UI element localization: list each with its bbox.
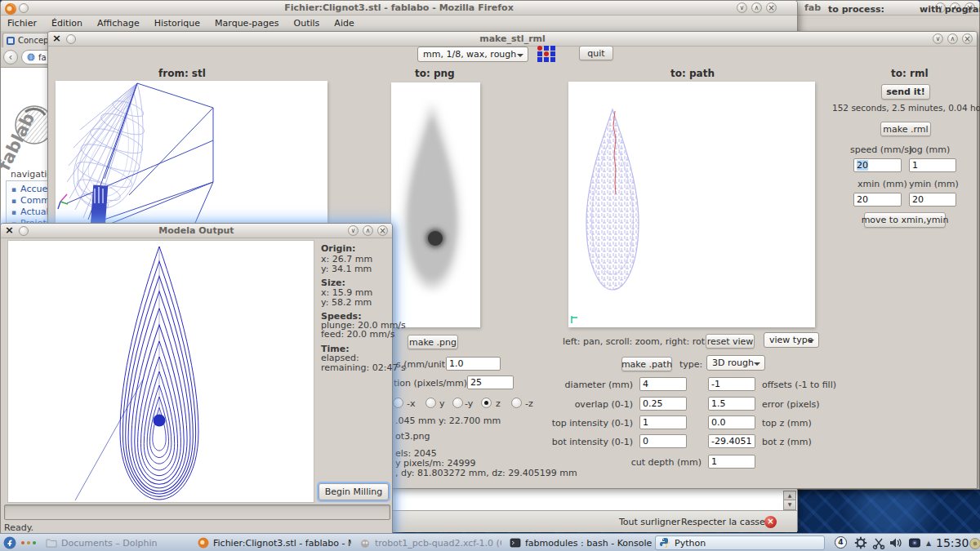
highlight-all-checkbox[interactable]: Tout surligner bbox=[619, 517, 680, 527]
menu-marque-pages[interactable]: Marque-pages bbox=[215, 18, 278, 29]
radio-axis[interactable] bbox=[393, 398, 403, 408]
overlap-input[interactable] bbox=[639, 397, 687, 411]
fablab-logo: fablab bbox=[1, 69, 50, 176]
scroll-up-icon[interactable]: ▲ bbox=[783, 491, 796, 500]
menu-historique[interactable]: Historique bbox=[154, 18, 200, 29]
top-z-input[interactable] bbox=[708, 415, 755, 429]
ymin-input[interactable] bbox=[909, 193, 956, 207]
dolphin-icon bbox=[46, 537, 57, 549]
preset-dropdown[interactable]: mm, 1/8, wax, rough bbox=[417, 47, 528, 62]
section-from-stl: from: stl bbox=[158, 68, 206, 79]
close-icon[interactable] bbox=[766, 2, 777, 13]
jog-input[interactable] bbox=[909, 158, 956, 172]
make-rml-button[interactable]: make .rml bbox=[880, 122, 931, 136]
pager-dots[interactable] bbox=[21, 541, 24, 544]
png-filename: ot3.png bbox=[395, 431, 430, 442]
cursor-coordinates: .045 mm y: 22.700 mm bbox=[395, 415, 501, 426]
maximize-icon[interactable] bbox=[751, 2, 762, 13]
firefox-titlebar[interactable]: Fichier:Clignot3.stl - fablabo - Mozilla… bbox=[1, 1, 797, 16]
bot-intensity-label: bot intensity (0-1) bbox=[506, 437, 633, 447]
png-preview-canvas bbox=[391, 82, 480, 327]
path-type-dropdown[interactable]: 3D rough bbox=[706, 355, 765, 371]
scissors-icon[interactable] bbox=[872, 536, 885, 549]
make-path-button[interactable]: make .path bbox=[621, 357, 672, 371]
fab-to-process-label: to process: bbox=[828, 4, 884, 15]
mm-per-unit-input[interactable] bbox=[446, 357, 501, 371]
match-case-checkbox[interactable]: Respecter la casse bbox=[681, 517, 765, 527]
speed-input[interactable]: 20 bbox=[853, 158, 902, 172]
maximize-icon[interactable] bbox=[947, 33, 958, 44]
gear-icon[interactable] bbox=[854, 536, 867, 549]
clock[interactable]: 15:30 bbox=[936, 536, 969, 549]
move-to-xmin-ymin-button[interactable]: move to xmin,ymin bbox=[864, 212, 946, 228]
menu-outils[interactable]: Outils bbox=[294, 18, 320, 29]
section-to-png: to: png bbox=[415, 68, 455, 79]
menu-affichage[interactable]: Affichage bbox=[97, 18, 140, 29]
back-button-icon[interactable]: ‹ bbox=[3, 50, 18, 64]
path-axes-icon bbox=[572, 316, 577, 323]
error-input[interactable] bbox=[708, 397, 755, 411]
png-heightmap bbox=[391, 82, 480, 327]
minimize-icon[interactable] bbox=[737, 2, 747, 13]
send-it-button[interactable]: send it! bbox=[881, 84, 930, 100]
origin-y: y: 34.1 mm bbox=[321, 264, 372, 274]
overlap-label: overlap (0-1) bbox=[506, 399, 633, 410]
close-icon[interactable] bbox=[377, 225, 388, 236]
radio-axis-z[interactable] bbox=[481, 398, 492, 408]
view-type-dropdown[interactable]: view type bbox=[764, 332, 819, 348]
taskbar: Documents – Dolphin Fichier:Clignot3.stl… bbox=[0, 533, 980, 551]
menu-fichier[interactable]: Fichier bbox=[7, 18, 37, 29]
toolpath-drawing bbox=[568, 82, 815, 327]
menu-aide[interactable]: Aide bbox=[334, 18, 354, 29]
taskbar-item-konsole[interactable]: fabmodules : bash - Konsole bbox=[506, 535, 652, 550]
maximize-icon[interactable] bbox=[363, 225, 373, 236]
top-intensity-input[interactable] bbox=[639, 415, 687, 429]
status-text: Ready. bbox=[4, 522, 33, 533]
milling-time-estimate: 152 seconds, 2.5 minutes, 0.04 hours bbox=[832, 103, 979, 113]
close-icon[interactable] bbox=[962, 33, 973, 44]
fab-modules-icon bbox=[537, 45, 556, 63]
minimize-icon[interactable] bbox=[933, 33, 943, 44]
modela-output-window: × Modela Output bbox=[0, 223, 393, 535]
radio-label-y: y bbox=[439, 398, 445, 409]
cut-depth-input[interactable] bbox=[708, 455, 755, 469]
bot-intensity-input[interactable] bbox=[639, 434, 687, 448]
tray-expand-arrow-icon[interactable]: ▲ bbox=[926, 540, 931, 547]
contour-plot bbox=[8, 241, 314, 502]
scroll-down-icon[interactable]: ▼ bbox=[783, 500, 796, 510]
make-png-button[interactable]: make .png bbox=[408, 335, 458, 349]
tray-badge-icon[interactable]: 4 bbox=[835, 536, 847, 549]
path-view-canvas[interactable] bbox=[568, 82, 815, 327]
taskbar-item-dolphin[interactable]: Documents – Dolphin bbox=[42, 535, 189, 550]
ymin-label: ymin (mm) bbox=[909, 179, 959, 189]
section-to-path: to: path bbox=[670, 68, 715, 79]
radio-axis-neg-y[interactable] bbox=[452, 398, 463, 408]
device-notifier-icon[interactable] bbox=[908, 536, 921, 549]
offsets-input[interactable] bbox=[708, 377, 755, 391]
volume-icon[interactable] bbox=[889, 536, 902, 549]
radio-axis-neg-x[interactable] bbox=[425, 398, 436, 408]
reset-view-button[interactable]: reset view bbox=[706, 334, 755, 349]
taskbar-item-gimp[interactable]: trobot1_pcb-quad2.xcf-1.0 (Coul bbox=[356, 535, 501, 550]
cut-depth-label: cut depth (mm) bbox=[571, 457, 702, 468]
xmin-input[interactable] bbox=[853, 193, 902, 207]
sidebar-item-accueil[interactable]: Accueil bbox=[11, 184, 52, 194]
quit-button[interactable]: quit bbox=[579, 46, 613, 60]
page-scrollbar[interactable]: ▲ ▼ bbox=[783, 491, 796, 510]
plasma-cashew-icon[interactable] bbox=[969, 537, 980, 550]
fab-with-program-label: with program: bbox=[920, 4, 980, 15]
bot-z-label: bot z (mm) bbox=[762, 437, 812, 447]
section-to-rml: to: rml bbox=[891, 68, 929, 79]
make-titlebar[interactable]: × make_stl_rml bbox=[48, 32, 977, 47]
close-findbar-icon[interactable]: × bbox=[764, 516, 777, 528]
menu-edition[interactable]: Édition bbox=[51, 18, 82, 29]
minimize-icon[interactable] bbox=[348, 225, 359, 236]
modela-titlebar[interactable]: × Modela Output bbox=[1, 224, 392, 238]
taskbar-item-python[interactable]: Python bbox=[655, 535, 825, 550]
taskbar-item-firefox[interactable]: Fichier:Clignot3.stl - fablabo - Mozi bbox=[194, 535, 351, 550]
diameter-input[interactable] bbox=[639, 377, 687, 391]
bot-z-input[interactable] bbox=[708, 434, 755, 448]
begin-milling-button[interactable]: Begin Milling bbox=[318, 483, 389, 500]
firefox-window-title: Fichier:Clignot3.stl - fablabo - Mozilla… bbox=[1, 2, 797, 13]
fedora-menu-icon[interactable] bbox=[3, 536, 16, 549]
